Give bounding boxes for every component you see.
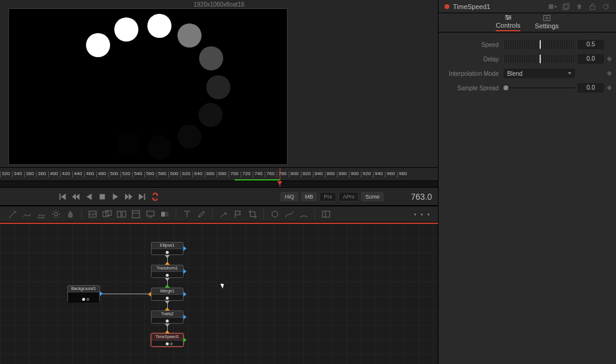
versions-button[interactable] xyxy=(549,2,557,11)
viewer-resolution: 1920x1080xfloat16 xyxy=(194,1,245,8)
flow-menu-button[interactable]: • • • xyxy=(414,211,431,218)
port-in-icon[interactable] xyxy=(165,307,170,310)
port-in-icon[interactable] xyxy=(148,292,151,297)
tool-crop-icon[interactable] xyxy=(247,209,258,220)
flow-graph[interactable]: Ellipse1 Transform1 Merge1 Background1 xyxy=(0,223,438,364)
tool-text-icon[interactable] xyxy=(182,209,192,220)
tool-img2-icon[interactable] xyxy=(102,209,112,220)
node-ellipse[interactable]: Ellipse1 xyxy=(151,242,183,255)
tool-brush2-icon[interactable] xyxy=(196,209,207,220)
ruler-tick: 820 xyxy=(301,171,313,177)
scrub-bar[interactable] xyxy=(0,180,438,188)
lock-icon[interactable] xyxy=(588,2,597,11)
node-trails[interactable]: Trails2 xyxy=(151,310,183,324)
tool-brightness-icon[interactable] xyxy=(51,209,61,220)
keyframe-toggle[interactable] xyxy=(607,57,612,61)
tool-img1-icon[interactable] xyxy=(87,209,98,220)
ruler-tick: 440 xyxy=(72,171,84,177)
ruler-tick: 740 xyxy=(253,171,265,177)
port-out-icon[interactable] xyxy=(165,324,170,327)
port-in-icon[interactable] xyxy=(165,330,170,333)
speed-slider[interactable] xyxy=(504,40,575,49)
port-mask-icon[interactable] xyxy=(100,291,103,296)
quality-some[interactable]: Some xyxy=(361,192,384,202)
keyframe-toggle[interactable] xyxy=(607,71,612,76)
port-mask-icon[interactable] xyxy=(183,338,186,342)
quality-hiq[interactable]: HiQ xyxy=(280,192,298,202)
tool-gradient-icon[interactable] xyxy=(159,209,170,220)
go-start-button[interactable] xyxy=(57,192,68,202)
node-background[interactable]: Background1 xyxy=(67,285,100,302)
tool-screens-icon[interactable] xyxy=(116,209,127,220)
delay-value[interactable]: 0.0 xyxy=(578,54,604,64)
time-ruler[interactable]: 3203403603804004204404604805005205405605… xyxy=(0,167,438,180)
port-out-icon[interactable] xyxy=(165,301,170,304)
pin-icon[interactable] xyxy=(575,2,584,11)
step-back-button[interactable] xyxy=(70,192,81,202)
tool-eyedrop-icon[interactable] xyxy=(218,209,229,220)
tool-arc-icon[interactable] xyxy=(298,209,309,220)
loop-button[interactable] xyxy=(150,192,161,202)
svg-rect-15 xyxy=(564,4,569,8)
port-mask-icon[interactable] xyxy=(183,246,186,251)
view-dot-icon[interactable] xyxy=(82,298,85,301)
node-merge[interactable]: Merge1 xyxy=(151,288,183,301)
ruler-tick: 500 xyxy=(108,171,120,177)
view-dot-icon[interactable] xyxy=(166,342,169,345)
view-dot-icon[interactable] xyxy=(87,298,90,301)
trail-dot xyxy=(116,132,140,156)
view-dot-icon[interactable] xyxy=(170,342,173,345)
interp-select[interactable]: Blend xyxy=(504,69,575,78)
tool-circle-icon[interactable] xyxy=(270,209,280,220)
quality-aprx[interactable]: APrx xyxy=(339,192,359,202)
stop-button[interactable] xyxy=(97,192,108,202)
quality-mb[interactable]: MB xyxy=(301,192,318,202)
view-dot-icon[interactable] xyxy=(166,251,169,254)
node-timespeed[interactable]: TimeSpeed1 xyxy=(151,333,183,347)
node-transform[interactable]: Transform1 xyxy=(151,265,183,278)
port-in-icon[interactable] xyxy=(165,285,170,288)
svg-rect-13 xyxy=(549,4,553,8)
tool-monitor-icon[interactable] xyxy=(145,209,156,220)
tool-stroke-icon[interactable] xyxy=(22,209,32,220)
tab-settings[interactable]: Settings xyxy=(535,14,559,31)
go-end-button[interactable] xyxy=(137,192,147,202)
view-dot-icon[interactable] xyxy=(166,274,169,277)
tool-curve-icon[interactable] xyxy=(284,209,295,220)
current-frame[interactable]: 763.0 xyxy=(396,192,432,202)
tool-layout-icon[interactable] xyxy=(321,209,331,220)
spread-slider[interactable] xyxy=(504,84,575,92)
reset-icon[interactable] xyxy=(602,2,610,11)
tool-stroke2-icon[interactable] xyxy=(36,209,47,220)
tab-controls[interactable]: Controls xyxy=(496,14,520,31)
tool-flag-icon[interactable] xyxy=(233,209,244,220)
spread-value[interactable]: 0.0 xyxy=(578,83,604,93)
port-mask-icon[interactable] xyxy=(183,292,186,297)
view-dot-icon[interactable] xyxy=(166,319,169,322)
port-mask-icon[interactable] xyxy=(183,315,186,319)
scrub-playhead[interactable] xyxy=(280,181,280,187)
port-in-icon[interactable] xyxy=(165,262,170,265)
play-button[interactable] xyxy=(110,192,121,202)
keyframe-toggle[interactable] xyxy=(607,85,612,90)
tool-wand-icon[interactable] xyxy=(7,209,18,220)
main-area: 1920x1080xfloat16 3203403603804004204404… xyxy=(0,0,438,364)
svg-rect-12 xyxy=(322,211,330,217)
quality-prx[interactable]: Prx xyxy=(319,192,336,202)
play-reverse-button[interactable] xyxy=(84,192,94,202)
speed-value[interactable]: 0.5 xyxy=(578,40,604,49)
tool-window-icon[interactable] xyxy=(131,209,141,220)
view-dot-icon[interactable] xyxy=(166,297,169,300)
step-forward-button[interactable] xyxy=(123,192,134,202)
viewer-canvas[interactable] xyxy=(8,8,288,165)
port-out-icon[interactable] xyxy=(165,255,170,258)
tool-blur-icon[interactable] xyxy=(65,209,76,220)
ruler-tick: 620 xyxy=(180,171,192,177)
transport-bar: HiQ MB Prx APrx Some 763.0 xyxy=(0,188,438,206)
tab-label: Settings xyxy=(535,22,559,29)
record-indicator-icon[interactable] xyxy=(445,4,449,9)
delay-slider[interactable] xyxy=(504,55,575,63)
port-mask-icon[interactable] xyxy=(183,269,186,274)
port-out-icon[interactable] xyxy=(165,278,170,281)
new-window-icon[interactable] xyxy=(562,2,570,11)
